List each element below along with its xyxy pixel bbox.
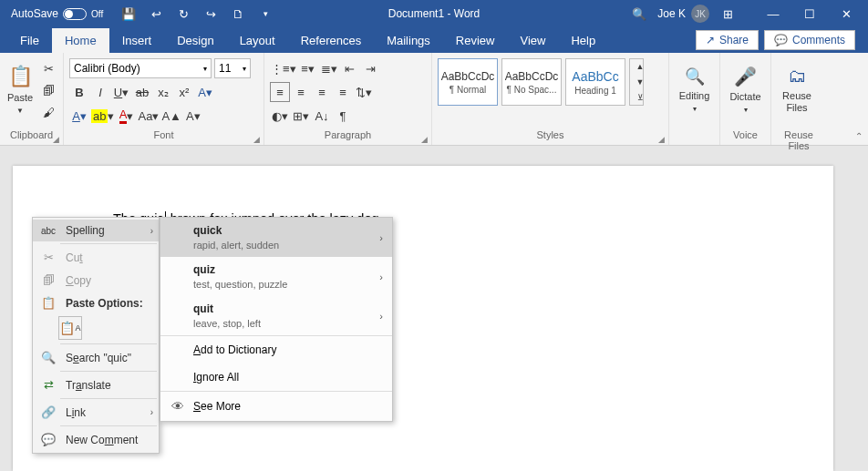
paste-keep-text-button[interactable]: 📋A (58, 316, 82, 340)
numbering-button[interactable]: ≡▾ (298, 58, 318, 78)
italic-button[interactable]: I (90, 82, 110, 102)
font-family-combo[interactable]: Calibri (Body)▾ (69, 58, 212, 78)
share-button[interactable]: ↗Share (696, 30, 759, 50)
tab-mailings[interactable]: Mailings (374, 28, 443, 53)
spell-suggestion-quit[interactable]: quit leave, stop, left › (160, 296, 392, 335)
tab-insert[interactable]: Insert (109, 28, 165, 53)
spell-suggestion-quiz[interactable]: quiz test, question, puzzle › (160, 257, 392, 296)
avatar[interactable]: JK (691, 5, 709, 23)
autosave-toggle[interactable]: AutoSave Off (11, 7, 103, 20)
nav-back-icon[interactable]: ↪ (198, 2, 223, 26)
tab-view[interactable]: View (507, 28, 558, 53)
underline-button[interactable]: U▾ (111, 82, 131, 102)
grow-font-button[interactable]: A▲ (160, 106, 182, 126)
shading-button[interactable]: ◐▾ (270, 106, 290, 126)
dialog-launcher-icon[interactable]: ◢ (421, 135, 428, 144)
format-painter-icon[interactable]: 🖌 (38, 102, 58, 122)
strikethrough-button[interactable]: ab (132, 82, 152, 102)
search-icon[interactable]: 🔍 (626, 2, 652, 26)
ctx-cut: ✂ Cut (33, 246, 159, 269)
maximize-button[interactable]: ☐ (791, 0, 828, 27)
change-case-button[interactable]: Aa▾ (137, 106, 160, 126)
shrink-font-button[interactable]: A▾ (183, 106, 203, 126)
styles-down-button[interactable]: ▼ (630, 75, 650, 90)
subscript-button[interactable]: x₂ (153, 82, 173, 102)
ctx-link[interactable]: 🔗 Link › (33, 401, 159, 424)
tab-layout[interactable]: Layout (227, 28, 288, 53)
text-effects-button[interactable]: A▾ (195, 82, 215, 102)
nav-forward-icon[interactable]: 🗋 (225, 2, 251, 26)
justify-button[interactable]: ≡ (333, 82, 353, 102)
paragraph-group-label: Paragraph (325, 129, 371, 140)
ctx-search[interactable]: 🔍 Search "quic" (33, 346, 159, 369)
spell-add-dictionary[interactable]: Add to Dictionary (160, 336, 392, 363)
chevron-right-icon: › (379, 311, 383, 322)
minimize-button[interactable]: — (755, 0, 791, 27)
increase-indent-button[interactable]: ⇥ (361, 58, 381, 78)
eye-icon: 👁 (171, 399, 184, 414)
font-color-button[interactable]: A▾ (116, 106, 136, 126)
ctx-translate[interactable]: ⇄ Translate (33, 374, 159, 396)
spell-see-more[interactable]: 👁 See More (160, 392, 392, 421)
sort-button[interactable]: A↓ (312, 106, 332, 126)
copy-icon[interactable]: 🗐 (38, 80, 58, 100)
multilevel-button[interactable]: ≣▾ (319, 58, 339, 78)
bullets-button[interactable]: ⋮≡▾ (270, 58, 297, 78)
save-icon[interactable]: 💾 (116, 2, 141, 26)
ribbon-display-icon[interactable]: ⊞ (715, 2, 740, 26)
spell-suggestion-quick[interactable]: quick rapid, alert, sudden › (160, 218, 392, 257)
ctx-new-comment[interactable]: 💬 New Comment (33, 428, 159, 451)
dictate-button[interactable]: 🎤Dictate▾ (726, 58, 765, 120)
clipboard-icon: 📋 (8, 65, 33, 88)
share-icon: ↗ (706, 34, 715, 46)
tab-references[interactable]: References (288, 28, 374, 53)
decrease-indent-button[interactable]: ⇤ (340, 58, 360, 78)
link-icon: 🔗 (40, 405, 57, 419)
bold-button[interactable]: B (69, 82, 89, 102)
comment-icon: 💬 (40, 433, 57, 446)
ctx-paste-options-label: 📋 Paste Options: (33, 292, 159, 314)
tab-design[interactable]: Design (164, 28, 226, 53)
tab-help[interactable]: Help (558, 28, 608, 53)
show-marks-button[interactable]: ¶ (333, 106, 353, 126)
tab-review[interactable]: Review (443, 28, 508, 53)
reuse-files-button[interactable]: 🗂Reuse Files (777, 58, 817, 120)
styles-up-button[interactable]: ▲ (630, 59, 650, 75)
align-left-button[interactable]: ≡ (270, 82, 290, 102)
editing-button[interactable]: 🔍Editing▾ (675, 58, 714, 120)
autosave-state: Off (91, 9, 103, 19)
font-color2-button[interactable]: A▾ (69, 106, 89, 126)
repeat-icon[interactable]: ↻ (170, 2, 196, 26)
ctx-copy: 🗐 Copy (33, 269, 159, 292)
comments-button[interactable]: 💬Comments (764, 30, 855, 50)
superscript-button[interactable]: x² (174, 82, 194, 102)
line-spacing-button[interactable]: ⇅▾ (354, 82, 374, 102)
reuse-group-label: Reuse Files (784, 129, 813, 151)
align-center-button[interactable]: ≡ (291, 82, 311, 102)
dialog-launcher-icon[interactable]: ◢ (658, 135, 665, 144)
collapse-ribbon-icon[interactable]: ⌃ (855, 131, 863, 141)
qat-customize-icon[interactable]: ▾ (253, 2, 278, 26)
cut-icon[interactable]: ✂ (38, 58, 58, 78)
styles-more-button[interactable]: ⊻ (630, 89, 650, 105)
ctx-spelling[interactable]: abc Spelling › (33, 220, 159, 241)
dialog-launcher-icon[interactable]: ◢ (53, 135, 59, 144)
document-title: Document1 - Word (388, 7, 480, 20)
tab-home[interactable]: Home (52, 28, 109, 53)
spelling-submenu: quick rapid, alert, sudden › quiz test, … (160, 217, 393, 422)
style-no-spacing[interactable]: AaBbCcDc¶ No Spac... (501, 58, 562, 106)
paste-button[interactable]: 📋 Paste ▼ (5, 58, 35, 120)
find-icon: 🔍 (685, 67, 705, 87)
align-right-button[interactable]: ≡ (312, 82, 332, 102)
highlight-button[interactable]: ab▾ (90, 106, 115, 126)
dialog-launcher-icon[interactable]: ◢ (253, 135, 260, 144)
borders-button[interactable]: ⊞▾ (291, 106, 311, 126)
style-heading1[interactable]: AaBbCcHeading 1 (565, 58, 625, 106)
spell-ignore-all[interactable]: Ignore All (160, 363, 392, 391)
close-button[interactable]: ✕ (828, 0, 864, 27)
style-normal[interactable]: AaBbCcDc¶ Normal (438, 58, 498, 106)
tab-file[interactable]: File (7, 28, 52, 53)
font-size-combo[interactable]: 11▾ (214, 58, 251, 78)
undo-icon[interactable]: ↩ (143, 2, 169, 26)
copy-icon: 🗐 (40, 273, 57, 287)
